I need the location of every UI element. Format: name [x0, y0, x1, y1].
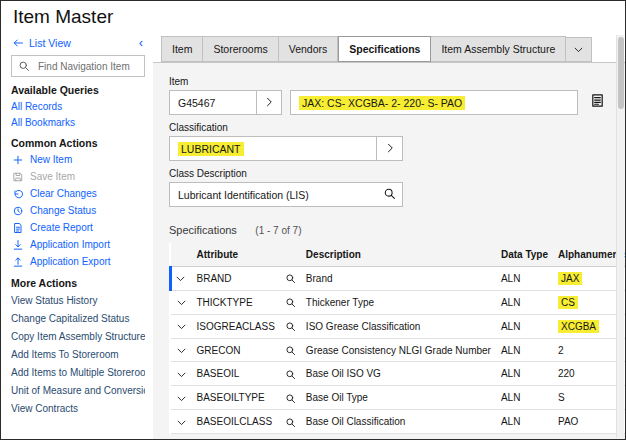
attribute-cell[interactable]: THICKTYPE — [192, 290, 280, 314]
alphanumeric-value-cell[interactable]: 220 — [553, 362, 625, 386]
sidebar-item-change-capitalized-status[interactable]: Change Capitalized Status — [11, 309, 145, 327]
sidebar-item-view-contracts[interactable]: View Contracts — [11, 399, 145, 417]
description-cell: Base Oil ISO VG — [301, 362, 496, 386]
specifications-title: Specifications — [169, 224, 237, 236]
tab-storerooms[interactable]: Storerooms — [203, 36, 278, 62]
sidebar-item-all-bookmarks[interactable]: All Bookmarks — [11, 114, 145, 130]
description-cell: ISO Grease Classification — [301, 314, 496, 338]
sidebar-item-unit-of-measure-and-conversion[interactable]: Unit of Measure and Conversion — [11, 381, 145, 399]
specifications-count: (1 - 7 of 7) — [255, 225, 301, 236]
chevron-right-icon — [263, 94, 275, 112]
change-status-icon — [11, 205, 25, 217]
sidebar-heading-common-actions: Common Actions — [11, 137, 145, 149]
expand-column-header — [171, 243, 192, 267]
app-header: Item Master — [1, 1, 625, 31]
classification-field[interactable]: LUBRICANT — [169, 136, 403, 161]
sidebar-item-view-status-history[interactable]: View Status History — [11, 291, 145, 309]
row-expand-icon[interactable] — [176, 297, 187, 308]
tab-item[interactable]: Item — [161, 36, 203, 62]
find-navigation-input[interactable] — [36, 60, 139, 73]
long-description-button[interactable] — [585, 91, 609, 115]
classification-detail-button[interactable] — [376, 137, 402, 160]
class-description-label: Class Description — [169, 168, 609, 179]
row-expand-icon[interactable] — [176, 417, 187, 428]
list-view-label: List View — [29, 37, 71, 49]
search-column-header — [280, 243, 301, 267]
row-expand-icon[interactable] — [176, 345, 187, 356]
clear-changes-icon — [11, 188, 25, 200]
attribute-cell[interactable]: BASEOILTYPE — [192, 386, 280, 410]
item-number-field[interactable]: G45467 — [169, 90, 257, 115]
sidebar-item-new-item[interactable]: New Item — [11, 151, 145, 168]
tab-item-assembly-structure[interactable]: Item Assembly Structure — [431, 36, 566, 62]
attribute-search-icon[interactable] — [285, 273, 296, 284]
collapse-sidebar-icon[interactable]: ‹ — [137, 36, 145, 49]
tab-bar: ItemStoreroomsVendorsSpecificationsItem … — [161, 36, 615, 62]
tab-specifications[interactable]: Specifications — [338, 36, 431, 62]
app-body: List View ‹ Available QueriesAll Records… — [1, 31, 625, 439]
alphanumeric-value-cell[interactable]: XCGBA — [553, 314, 625, 338]
sidebar-item-label: Unit of Measure and Conversion — [11, 385, 145, 396]
class-description-field[interactable]: Lubricant Identification (LIS) — [169, 182, 403, 207]
item-detail-button[interactable] — [257, 90, 282, 115]
attribute-search-icon[interactable] — [285, 369, 296, 380]
attribute-cell[interactable]: BASEOILCLASS — [192, 410, 280, 434]
attribute-cell[interactable]: BRAND — [192, 267, 280, 291]
alphanumeric-value-cell[interactable]: 2 — [553, 338, 625, 362]
sidebar-item-application-export[interactable]: Application Export — [11, 253, 145, 270]
item-description-field[interactable]: JAX: CS- XCGBA- 2- 220- S- PAO — [290, 90, 578, 115]
data-type-cell: ALN — [496, 338, 553, 362]
attribute-search-icon[interactable] — [285, 345, 296, 356]
new-item-icon — [11, 154, 25, 166]
row-expand-icon[interactable] — [176, 393, 187, 404]
data-type-cell: ALN — [496, 290, 553, 314]
vertical-scrollbar[interactable] — [616, 35, 624, 438]
tab-vendors[interactable]: Vendors — [279, 36, 339, 62]
data-type-cell: ALN — [496, 314, 553, 338]
spec-header-row: AttributeDescriptionData TypeAlphanumeri… — [171, 243, 626, 267]
attribute-search-icon[interactable] — [285, 417, 296, 428]
sidebar-item-create-report[interactable]: Create Report — [11, 219, 145, 236]
sidebar-item-application-import[interactable]: Application Import — [11, 236, 145, 253]
sidebar-item-change-status[interactable]: Change Status — [11, 202, 145, 219]
find-navigation-search[interactable] — [11, 55, 145, 77]
sidebar-item-label: Copy Item Assembly Structure — [11, 331, 145, 342]
class-description-search-button[interactable] — [376, 183, 402, 206]
search-icon — [17, 60, 31, 72]
row-expand-icon[interactable] — [175, 273, 186, 284]
tabs-overflow-button[interactable] — [566, 37, 592, 62]
sidebar-item-add-items-to-multiple-storerooms[interactable]: Add Items to Multiple Storerooms — [11, 363, 145, 381]
alphanumeric-value-cell[interactable]: JAX — [553, 267, 625, 291]
attribute-search-icon[interactable] — [285, 321, 296, 332]
alphanumeric-value-cell[interactable]: PAO — [553, 410, 625, 434]
alphanumeric-value-cell[interactable]: S — [553, 386, 625, 410]
list-view-link[interactable]: List View — [11, 37, 71, 49]
attribute-cell[interactable]: ISOGREACLASS — [192, 314, 280, 338]
attribute-cell[interactable]: BASEOIL — [192, 362, 280, 386]
sidebar-item-all-records[interactable]: All Records — [11, 98, 145, 114]
page-title: Item Master — [13, 6, 613, 28]
attribute-search-icon[interactable] — [285, 393, 296, 404]
save-item-icon — [11, 171, 25, 183]
sidebar-item-add-items-to-storeroom[interactable]: Add Items To Storeroom — [11, 345, 145, 363]
data-type-cell: ALN — [496, 410, 553, 434]
sidebar-item-copy-item-assembly-structure[interactable]: Copy Item Assembly Structure — [11, 327, 145, 345]
arrow-left-icon — [11, 37, 25, 49]
sidebar-item-label: Application Import — [30, 239, 110, 250]
attribute-cell[interactable]: GRECON — [192, 338, 280, 362]
application-export-icon — [11, 256, 25, 268]
data-type-cell: ALN — [496, 362, 553, 386]
alphanumeric-value-cell[interactable]: CS — [553, 290, 625, 314]
sidebar-item-save-item[interactable]: Save Item — [11, 168, 145, 185]
row-expand-icon[interactable] — [176, 369, 187, 380]
sidebar-item-clear-changes[interactable]: Clear Changes — [11, 185, 145, 202]
sidebar-item-label: New Item — [30, 154, 72, 165]
attribute-search-icon[interactable] — [285, 297, 296, 308]
sidebar-top: List View ‹ — [11, 33, 145, 52]
class-description-value: Lubricant Identification (LIS) — [178, 189, 309, 201]
row-expand-icon[interactable] — [176, 321, 187, 332]
scrollbar-thumb[interactable] — [618, 37, 624, 109]
description-cell: Thickener Type — [301, 290, 496, 314]
document-lines-icon — [590, 93, 605, 112]
sidebar-item-label: All Bookmarks — [11, 117, 75, 128]
